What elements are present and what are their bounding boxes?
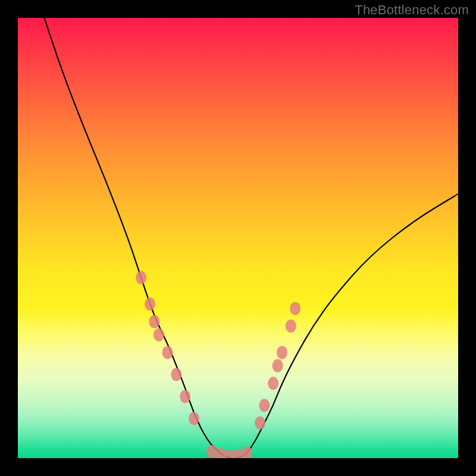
marker-dot [290,302,300,315]
marker-dot [286,320,296,333]
data-markers [136,271,300,458]
marker-dot [154,328,164,342]
watermark-label: TheBottleneck.com [355,2,469,18]
bottleneck-curve [44,18,458,458]
marker-dot [273,359,283,372]
marker-dot [255,416,265,430]
marker-dot [277,346,287,359]
marker-dot [162,346,173,359]
marker-dot [171,368,181,381]
plot-area [18,18,458,458]
marker-dot [149,315,159,328]
chart-svg [18,18,458,458]
marker-dot [259,399,270,412]
marker-dot [189,412,199,425]
chart-frame: TheBottleneck.com [0,0,476,476]
marker-dot [145,298,155,311]
marker-dot [268,377,278,390]
marker-dot [180,390,190,403]
marker-dot [136,271,146,284]
